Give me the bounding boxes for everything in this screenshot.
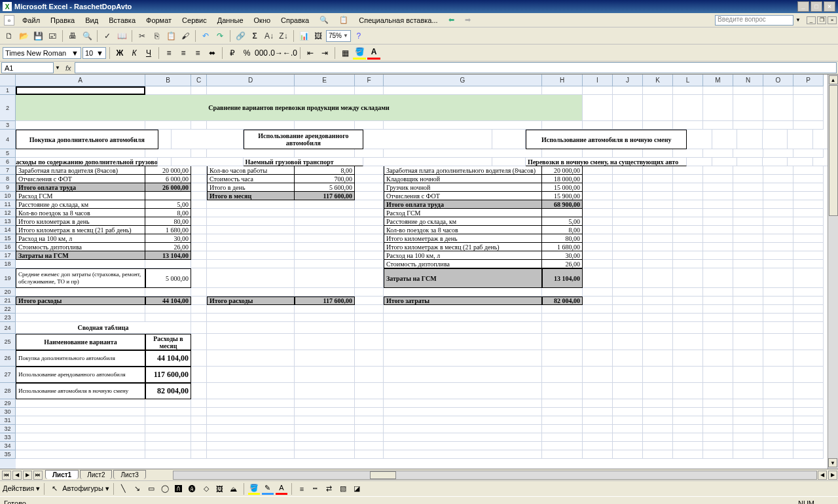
cell[interactable] (16, 425, 145, 433)
cell[interactable] (355, 226, 384, 234)
diagram-icon[interactable]: ◇ (200, 483, 212, 495)
cell[interactable] (733, 350, 763, 367)
cell[interactable] (207, 149, 295, 158)
cell[interactable] (191, 367, 207, 383)
cell[interactable] (355, 314, 384, 322)
cell[interactable] (733, 314, 763, 322)
cell[interactable] (542, 209, 583, 217)
cell[interactable] (16, 86, 145, 95)
cell[interactable] (793, 209, 824, 217)
save-icon[interactable]: 💾 (31, 29, 45, 43)
cell[interactable] (733, 433, 763, 442)
cell[interactable] (793, 243, 824, 251)
cut-icon[interactable]: ✂ (136, 29, 149, 43)
cell[interactable] (583, 234, 613, 243)
cell[interactable] (384, 399, 542, 408)
cell[interactable] (207, 322, 295, 334)
cell[interactable] (355, 149, 384, 158)
tab-last-icon[interactable]: ⏭ (33, 471, 43, 480)
cell[interactable] (673, 297, 703, 305)
cell[interactable] (295, 383, 355, 399)
cell[interactable] (355, 86, 384, 95)
cell[interactable] (16, 408, 145, 416)
cell[interactable]: 44 104,00 (145, 297, 191, 305)
cell[interactable] (793, 149, 824, 158)
menu-tools[interactable]: Сервис (177, 15, 212, 26)
open-icon[interactable]: 📂 (17, 29, 30, 43)
cell[interactable]: 26,00 (542, 260, 583, 268)
cell[interactable] (583, 268, 613, 288)
menu-edit[interactable]: Правка (45, 15, 80, 26)
cell[interactable] (384, 288, 542, 297)
row-header[interactable]: 1 (0, 86, 16, 95)
cell[interactable] (673, 192, 703, 200)
menu-data[interactable]: Данные (212, 15, 249, 26)
cell[interactable] (613, 234, 643, 243)
cell[interactable] (613, 95, 643, 121)
cell[interactable] (673, 314, 703, 322)
cell[interactable] (793, 288, 824, 297)
cell[interactable] (207, 433, 295, 442)
cell[interactable]: 15 000,00 (542, 183, 583, 192)
cell[interactable]: Средние ежемес доп затраты (страховка, р… (16, 268, 145, 288)
cell[interactable] (583, 350, 613, 367)
paste-icon[interactable]: 📋 (164, 29, 177, 43)
cell[interactable] (733, 367, 763, 383)
arrow-icon[interactable]: ↘ (132, 483, 143, 495)
cell[interactable] (16, 121, 145, 130)
cell[interactable] (733, 450, 763, 459)
cell[interactable] (295, 442, 355, 450)
sheet-tab[interactable]: Лист3 (113, 470, 145, 479)
cell[interactable]: Расход ГСМ (384, 209, 542, 217)
cell[interactable]: Итого в день (207, 183, 295, 192)
cell[interactable] (793, 226, 824, 234)
cell[interactable] (733, 288, 763, 297)
cell[interactable] (207, 442, 295, 450)
help-icon[interactable]: ? (352, 29, 365, 43)
fill-color-icon[interactable]: 🪣 (353, 46, 366, 60)
cell[interactable] (542, 288, 583, 297)
cell[interactable] (703, 226, 733, 234)
cell[interactable] (295, 399, 355, 408)
cell[interactable] (191, 121, 207, 130)
cell[interactable] (207, 305, 295, 314)
cell[interactable] (643, 288, 673, 297)
cell[interactable] (583, 166, 613, 175)
cell[interactable]: Сравнение вариантов перевозки продукции … (16, 95, 583, 121)
cell[interactable] (673, 367, 703, 383)
cell[interactable] (16, 314, 145, 322)
cell[interactable] (673, 200, 703, 209)
cell[interactable] (295, 217, 355, 226)
cell[interactable] (703, 314, 733, 322)
cell[interactable] (542, 433, 583, 442)
cell[interactable] (737, 158, 762, 166)
cell[interactable] (613, 175, 643, 183)
cell[interactable]: Расход на 100 км, л (384, 251, 542, 260)
cell[interactable]: 80,00 (542, 234, 583, 243)
cell[interactable] (384, 334, 542, 350)
wordart-icon[interactable]: 🅐 (187, 483, 198, 495)
cell[interactable] (703, 350, 733, 367)
cell[interactable] (542, 121, 583, 130)
cell[interactable] (355, 121, 384, 130)
cell[interactable] (643, 416, 673, 425)
cell[interactable]: Покупка дополнительного автомобиля (16, 350, 145, 367)
cell[interactable]: 5 000,00 (145, 268, 191, 288)
cell[interactable]: 20 000,00 (145, 166, 191, 175)
cell[interactable] (613, 121, 643, 130)
cell[interactable]: 117 600,00 (295, 297, 355, 305)
cell[interactable] (355, 243, 384, 251)
cell[interactable]: Использование арендованного автомобиля (244, 130, 364, 149)
rect-icon[interactable]: ▭ (145, 483, 157, 495)
spell-icon[interactable]: ✓ (101, 29, 114, 43)
cell[interactable]: Наемный грузовой транспорт (244, 158, 364, 166)
cell[interactable] (613, 86, 643, 95)
cell[interactable] (191, 251, 207, 260)
cell[interactable] (643, 334, 673, 350)
row-header[interactable]: 7 (0, 166, 16, 175)
cell[interactable] (191, 399, 207, 408)
row-header[interactable]: 12 (0, 209, 16, 217)
cell[interactable] (145, 86, 191, 95)
minimize-button[interactable]: _ (797, 1, 809, 12)
percent-icon[interactable]: % (240, 46, 253, 60)
